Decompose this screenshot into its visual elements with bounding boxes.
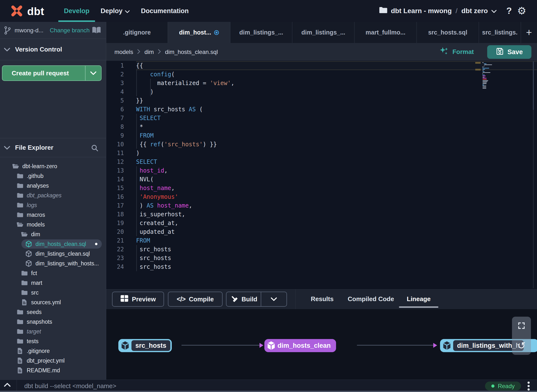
code-editor[interactable]: 1{{2 config(3 materialized = 'view',4 )5… <box>106 61 537 289</box>
line-number: 13 <box>106 166 136 175</box>
new-tab-button[interactable]: + <box>521 22 537 43</box>
panel-tab-label: Lineage <box>407 295 431 303</box>
tree-item-models[interactable]: models <box>0 220 106 229</box>
version-control-header[interactable]: Version Control <box>0 39 106 60</box>
help-button[interactable]: ? <box>506 6 512 16</box>
minimap-line <box>484 66 485 66</box>
lineage-node-dim_hosts_clean[interactable]: dim_hosts_clean <box>264 339 336 352</box>
dbt-logo[interactable]: dbt <box>9 3 44 19</box>
tree-item-mart[interactable]: mart <box>0 278 106 288</box>
status-dot-icon <box>491 384 494 388</box>
nav-item-develop[interactable]: Develop <box>58 0 95 22</box>
tree-item-tests[interactable]: tests <box>0 336 106 346</box>
line-number: 11 <box>106 149 136 157</box>
tree-item-label: .gitignore <box>27 348 50 354</box>
tab-.gitignore[interactable]: .gitignore <box>106 22 168 43</box>
indent-guide <box>136 70 137 96</box>
code-text: FROM <box>136 131 537 140</box>
tab-dim_listings_...[interactable]: dim_listings_... <box>292 22 355 43</box>
gear-icon[interactable]: ⚙ <box>517 0 526 22</box>
section-title: Version Control <box>15 46 62 53</box>
nav-item-documentation[interactable]: Documentation <box>135 0 194 22</box>
panel-tab-compiled-code[interactable]: Compiled Code <box>348 289 394 309</box>
model-cube-icon <box>25 241 32 247</box>
minimap[interactable] <box>482 62 496 89</box>
create-pull-request-button[interactable]: Create pull request <box>2 65 102 81</box>
tree-item-snapshots[interactable]: snapshots <box>0 317 106 327</box>
tree-item-src[interactable]: src <box>0 288 106 297</box>
tree-item-README.md[interactable]: README.md <box>0 366 106 375</box>
command-bar: dbt build --select <model_name> Ready <box>0 380 537 392</box>
tab-src_hosts.sql[interactable]: src_hosts.sql <box>417 22 479 43</box>
dbt-logo-icon <box>9 3 24 19</box>
tree-item-dim_hosts_clean.sql[interactable]: dim_hosts_clean.sql <box>0 239 106 249</box>
tree-item-dbt-learn-zero[interactable]: dbt-learn-zero <box>0 161 106 171</box>
folder-icon <box>21 270 28 276</box>
minimap-line <box>483 81 487 82</box>
save-button[interactable]: Save <box>487 45 531 59</box>
preview-button[interactable]: Preview <box>112 292 164 307</box>
scrollbar-thumb[interactable] <box>533 61 534 110</box>
tree-item-analyses[interactable]: analyses <box>0 181 106 191</box>
book-icon[interactable] <box>92 26 101 35</box>
compile-button[interactable]: </>Compile <box>168 292 223 307</box>
code-line: 7 SELECT <box>106 114 537 122</box>
line-number: 18 <box>106 210 136 219</box>
minimap-line <box>483 77 484 78</box>
tree-item-dbt_project.yml[interactable]: dbt_project.yml <box>0 356 106 366</box>
tree-item-macros[interactable]: macros <box>0 210 106 220</box>
tab-mart_fullmo...[interactable]: mart_fullmo... <box>355 22 417 43</box>
tree-item-dim_listings_clean.sql[interactable]: dim_listings_clean.sql <box>0 249 106 259</box>
refresh-icon[interactable]: ↺ <box>517 341 526 350</box>
tree-item-.gitignore[interactable]: .gitignore <box>0 346 106 356</box>
code-text: ) <box>136 87 537 96</box>
indent-guide <box>150 79 151 96</box>
search-icon[interactable] <box>91 144 98 153</box>
tree-item-dim_listings_with_hosts...[interactable]: dim_listings_with_hosts... <box>0 259 106 268</box>
grid-icon <box>120 295 129 304</box>
modified-dot-icon <box>95 243 97 245</box>
code-text: host_name, <box>136 184 537 192</box>
format-button[interactable]: Format <box>439 43 474 61</box>
tab-dim_listings_...[interactable]: dim_listings_... <box>230 22 292 43</box>
build-button[interactable]: Build <box>226 292 287 307</box>
line-number: 21 <box>106 236 136 245</box>
tree-item-target[interactable]: target <box>0 327 106 336</box>
lineage-canvas[interactable]: src_hostsdim_hosts_cleandim_listings_wit… <box>106 309 537 380</box>
kebab-menu-icon[interactable] <box>528 382 530 391</box>
divider <box>17 380 17 392</box>
tree-item-dbt_packages[interactable]: dbt_packages <box>0 191 106 200</box>
code-line: 16 'Anonymous' <box>106 192 537 201</box>
fullscreen-icon[interactable] <box>517 322 526 331</box>
panel-tab-results[interactable]: Results <box>311 289 334 309</box>
nav-item-deploy[interactable]: Deploy <box>95 0 135 22</box>
nav-item-label: Documentation <box>141 7 189 15</box>
line-number: 16 <box>106 192 136 201</box>
code-line: 12SELECT <box>106 157 537 166</box>
change-branch-link[interactable]: Change branch <box>50 27 90 34</box>
code-line: 11) <box>106 149 537 157</box>
tree-item-.github[interactable]: .github <box>0 171 106 181</box>
file-explorer-header[interactable]: File Explorer <box>0 138 106 157</box>
tree-item-logs[interactable]: logs <box>0 200 106 210</box>
chevron-down-icon[interactable] <box>86 71 101 75</box>
tab-dim_host...[interactable]: dim_host... <box>168 22 230 43</box>
tree-item-label: dim_listings_clean.sql <box>35 251 90 257</box>
project-switcher[interactable]: dbt Learn - mwong / dbt zero <box>379 7 497 15</box>
lineage-node-src_hosts[interactable]: src_hosts <box>118 339 172 352</box>
indent-guide <box>136 114 137 149</box>
panel-tab-lineage[interactable]: Lineage <box>399 289 438 309</box>
chevron-up-icon[interactable] <box>4 383 11 388</box>
line-number: 9 <box>106 131 136 140</box>
folder-icon <box>17 183 23 188</box>
tree-item-dim[interactable]: dim <box>0 229 106 239</box>
tree-item-fct[interactable]: fct <box>0 268 106 278</box>
command-input[interactable]: dbt build --select <model_name> <box>24 380 116 392</box>
tree-item-sources.yml[interactable]: sources.yml <box>0 297 106 307</box>
minimap-line <box>482 68 489 69</box>
chevron-down-icon[interactable] <box>265 297 283 301</box>
tree-item-seeds[interactable]: seeds <box>0 307 106 317</box>
environment-name: dbt zero <box>461 7 488 15</box>
brand-label: dbt <box>27 5 44 17</box>
tab-src_listings.[interactable]: src_listings. <box>479 22 521 43</box>
